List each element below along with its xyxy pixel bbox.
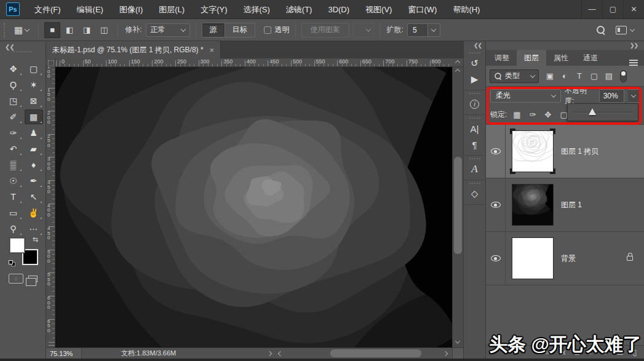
menu-item-3[interactable]: 图层(L): [151, 0, 193, 19]
use-pattern-button[interactable]: 使用图案: [301, 23, 349, 38]
selection-intersect-icon[interactable]: ◫: [96, 22, 112, 38]
default-colors-icon[interactable]: [9, 260, 15, 266]
transparent-option[interactable]: 透明: [264, 25, 290, 35]
info-panel-icon[interactable]: i: [466, 96, 484, 112]
filter-type-dropdown[interactable]: 类型: [490, 69, 539, 83]
actions-panel-icon[interactable]: ▶: [466, 71, 484, 87]
source-button[interactable]: 源: [202, 23, 225, 38]
menu-item-8[interactable]: 视图(V): [357, 0, 400, 19]
filter-pixel-icon[interactable]: ▣: [544, 71, 555, 81]
selection-new-icon[interactable]: ■: [44, 22, 60, 38]
blur-tool[interactable]: ♦: [25, 157, 43, 172]
menu-item-0[interactable]: 文件(F): [26, 0, 69, 19]
menu-item-1[interactable]: 编辑(E): [69, 0, 111, 19]
selection-subtract-icon[interactable]: ◨: [79, 22, 95, 38]
quick-mask-button[interactable]: ◌: [9, 274, 23, 284]
rectangle-tool[interactable]: ▭: [4, 205, 23, 220]
layer-row-0[interactable]: 图层 1 拷贝: [486, 125, 644, 178]
collapse-tools-icon[interactable]: ❮❮: [5, 44, 14, 50]
crop-tool[interactable]: ◳: [4, 93, 23, 108]
close-tab-icon[interactable]: ×: [210, 46, 215, 55]
layer-visibility-cell[interactable]: [486, 178, 506, 231]
layer-row-2[interactable]: 背景: [486, 232, 644, 285]
history-panel-icon[interactable]: ↺: [466, 55, 484, 71]
lock-position-icon[interactable]: ✥: [545, 110, 552, 119]
zoom-tool[interactable]: ⚲: [4, 221, 23, 236]
layer-thumbnail[interactable]: [512, 131, 553, 172]
selection-add-icon[interactable]: ◧: [62, 22, 78, 38]
opacity-slider-track[interactable]: [573, 112, 632, 113]
patch-tool[interactable]: ▦: [25, 109, 43, 124]
swap-colors-icon[interactable]: ⇆: [33, 236, 38, 244]
minimize-button[interactable]: —: [581, 0, 602, 19]
horizontal-scroll-thumb[interactable]: [330, 349, 421, 357]
vertical-scrollbar[interactable]: [452, 67, 463, 347]
workspace-switcher[interactable]: [616, 26, 634, 34]
menu-item-10[interactable]: 帮助(H): [445, 0, 488, 19]
panel-tab-调整[interactable]: 调整: [487, 50, 517, 66]
panel-tab-图层[interactable]: 图层: [517, 50, 546, 66]
lasso-tool[interactable]: Ϙ: [4, 77, 23, 92]
ruler-origin-box[interactable]: [46, 58, 55, 67]
scroll-up-icon[interactable]: [455, 60, 460, 65]
filter-toggle-switch[interactable]: [620, 70, 627, 82]
expand-dock-icon[interactable]: ❮❮: [474, 41, 485, 50]
tool-preset-picker[interactable]: ▦: [10, 23, 33, 38]
move-tool[interactable]: ✥: [4, 61, 23, 76]
history-brush-tool[interactable]: ↶: [4, 141, 23, 156]
layer-thumbnail[interactable]: [512, 184, 553, 225]
hand-tool[interactable]: ✌: [25, 205, 43, 220]
dodge-tool[interactable]: ☉: [4, 173, 23, 188]
edit-toolbar-button[interactable]: ⋯: [25, 221, 43, 236]
3d-panel-icon[interactable]: ◇: [466, 186, 484, 202]
eyedropper-tool[interactable]: ✐: [4, 109, 23, 124]
pen-tool[interactable]: ✒: [25, 173, 43, 188]
collapse-panel-icon[interactable]: ❯❯: [486, 41, 644, 50]
lock-transparency-icon[interactable]: ▦: [513, 110, 520, 119]
menu-item-6[interactable]: 滤镜(T): [278, 0, 320, 19]
transparent-checkbox[interactable]: [264, 26, 271, 34]
opacity-slider-thumb[interactable]: [589, 108, 596, 115]
maximize-button[interactable]: ▢: [602, 0, 623, 19]
visibility-eye-icon[interactable]: [491, 148, 501, 154]
pattern-picker-dropdown[interactable]: [353, 23, 374, 38]
frame-tool[interactable]: ⊠: [25, 93, 43, 108]
paragraph-panel-icon[interactable]: ¶: [466, 137, 484, 153]
opacity-field[interactable]: 30%: [599, 89, 624, 103]
scroll-up-icon[interactable]: [455, 69, 460, 74]
scrollbar-up-zone[interactable]: [452, 58, 463, 67]
brush-tool[interactable]: ✑: [4, 125, 23, 140]
layer-visibility-cell[interactable]: [486, 232, 506, 285]
layer-visibility-cell[interactable]: [486, 125, 506, 178]
filter-smart-object-icon[interactable]: ▤: [603, 71, 614, 81]
canvas[interactable]: [55, 67, 452, 347]
menu-item-5[interactable]: 选择(S): [235, 0, 277, 19]
menu-item-7[interactable]: 3D(D): [320, 0, 357, 19]
layer-thumbnail[interactable]: [512, 238, 553, 279]
status-menu-icon[interactable]: [267, 351, 272, 355]
menu-item-4[interactable]: 文字(Y): [193, 0, 235, 19]
blend-mode-dropdown[interactable]: 柔光: [490, 89, 561, 103]
filter-adjustment-icon[interactable]: ◐: [559, 71, 570, 81]
search-icon[interactable]: [597, 26, 605, 34]
document-tab[interactable]: 未标题-1.psd @ 75.1% (图层 1 拷贝, RGB/8) * ×: [46, 41, 221, 58]
diffusion-dropdown[interactable]: [428, 23, 440, 37]
scroll-down-icon[interactable]: [455, 338, 460, 343]
panel-tab-通道[interactable]: 通道: [576, 50, 605, 66]
clone-stamp-tool[interactable]: ♟: [25, 125, 43, 140]
menu-item-9[interactable]: 窗口(W): [400, 0, 445, 19]
panel-menu-icon[interactable]: [629, 60, 638, 61]
vertical-scroll-thumb[interactable]: [454, 157, 462, 254]
layer-row-1[interactable]: 图层 1: [486, 178, 644, 232]
filter-type-icon[interactable]: T: [574, 71, 585, 81]
panel-tab-属性[interactable]: 属性: [546, 50, 576, 66]
menu-item-2[interactable]: 图像(I): [111, 0, 151, 19]
screen-mode-button[interactable]: [28, 276, 38, 282]
lock-pixels-icon[interactable]: ✑: [530, 110, 536, 119]
diffusion-field[interactable]: 5: [407, 23, 428, 37]
gradient-tool[interactable]: ▒: [4, 157, 23, 172]
eraser-tool[interactable]: ▰: [25, 141, 43, 156]
character-panel-icon[interactable]: A|: [466, 121, 484, 137]
type-tool[interactable]: T: [4, 189, 23, 204]
glyphs-panel-icon[interactable]: A: [466, 161, 484, 177]
